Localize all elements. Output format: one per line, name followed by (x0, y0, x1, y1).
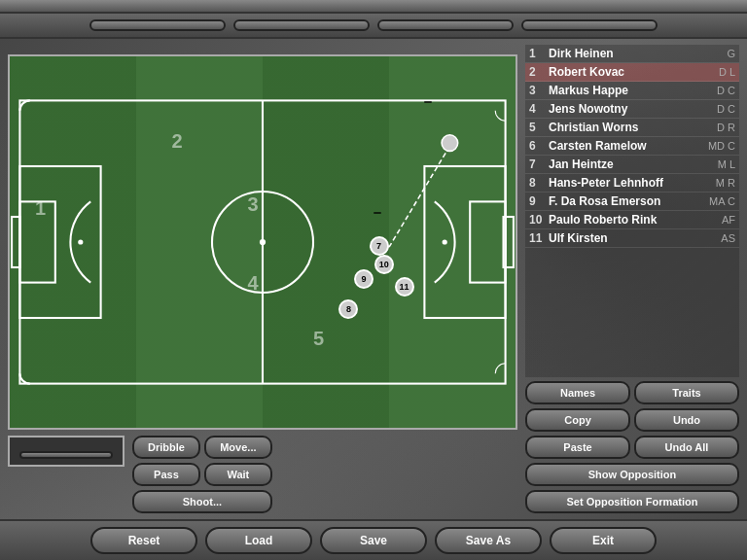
svg-rect-8 (424, 166, 505, 318)
player-marker-8[interactable]: 8 (338, 299, 358, 319)
player-number: 7 (529, 158, 549, 171)
svg-point-13 (442, 135, 458, 152)
svg-rect-4 (19, 166, 100, 318)
save-button[interactable]: Save (320, 527, 427, 554)
left-panel: 1 2 3 4 5 7 9 8 11 10 (8, 45, 517, 513)
player-position: G (727, 48, 735, 59)
player-name: Christian Worns (549, 121, 713, 134)
bottom-bar: ResetLoadSaveSave AsExit (0, 519, 747, 560)
right-buttons: Names Traits Copy Undo Paste Undo All Sh… (525, 381, 739, 513)
set-piece-button[interactable] (521, 19, 658, 31)
player-position: MD C (708, 140, 735, 152)
player-marker-9[interactable]: 9 (354, 269, 374, 289)
content-area: 1 2 3 4 5 7 9 8 11 10 (0, 39, 747, 519)
football-pitch: 1 2 3 4 5 7 9 8 11 10 (8, 54, 517, 430)
player-number: 11 (529, 231, 549, 245)
svg-point-3 (260, 239, 266, 245)
action-buttons: Dribble Move... Pass Wait Shoot... (132, 436, 272, 513)
zone-3: 3 (247, 193, 258, 216)
top-nav (0, 14, 747, 39)
svg-rect-6 (12, 217, 19, 267)
player-position: AS (721, 232, 735, 244)
move-action-button[interactable]: Move... (204, 436, 272, 459)
set-piece-header (8, 45, 517, 49)
player-row-6[interactable]: 6 Carsten Ramelow MD C (525, 137, 739, 156)
bottom-controls: Dribble Move... Pass Wait Shoot... (8, 436, 517, 513)
defend-posn-button[interactable] (89, 19, 226, 31)
player-name: F. Da Rosa Emerson (549, 194, 705, 208)
player-row-5[interactable]: 5 Christian Worns D R (525, 119, 739, 137)
player-name: Carsten Ramelow (549, 139, 704, 153)
player-row-11[interactable]: 11 Ulf Kirsten AS (525, 229, 739, 248)
player-position: D L (719, 66, 735, 78)
player-list: 1 Dirk Heinen G 2 Robert Kovac D L 3 Mar… (525, 45, 739, 377)
player-row-3[interactable]: 3 Markus Happe D C (525, 82, 739, 100)
delete-button[interactable] (19, 451, 113, 459)
copy-button[interactable]: Copy (525, 408, 630, 432)
svg-line-12 (389, 146, 449, 247)
svg-point-11 (443, 239, 447, 244)
player-number: 4 (529, 102, 549, 116)
zone-5: 5 (313, 328, 324, 350)
player-row-10[interactable]: 10 Paulo Roberto Rink AF (525, 211, 739, 229)
reset-button[interactable]: Reset (90, 527, 197, 554)
player-name: Robert Kovac (549, 65, 715, 79)
set-opposition-formation-button[interactable]: Set Opposition Formation (525, 490, 739, 513)
player-row-8[interactable]: 8 Hans-Peter Lehnhoff M R (525, 174, 739, 192)
traits-button[interactable]: Traits (634, 381, 739, 404)
player-marker-7[interactable]: 7 (370, 236, 389, 256)
save-as-button[interactable]: Save As (435, 527, 542, 554)
player-number: 10 (529, 213, 549, 227)
current-step-box (8, 436, 124, 467)
player-name: Dirk Heinen (549, 47, 723, 60)
undo-button[interactable]: Undo (634, 408, 739, 432)
player-position: MA C (709, 195, 735, 207)
player-number: 9 (529, 194, 549, 208)
player-number: 8 (529, 176, 549, 190)
player-position: M L (718, 158, 735, 170)
attack-posn-button[interactable] (233, 19, 370, 31)
zone-1: 1 (35, 197, 46, 220)
shoot-button[interactable]: Shoot... (132, 490, 272, 513)
names-button[interactable]: Names (525, 381, 630, 404)
player-position: M R (716, 177, 735, 189)
wait-button[interactable]: Wait (204, 463, 272, 486)
undo-all-button[interactable]: Undo All (634, 436, 739, 459)
player-row-1[interactable]: 1 Dirk Heinen G (525, 45, 739, 63)
paste-button[interactable]: Paste (525, 436, 630, 459)
player-marker-11[interactable]: 11 (395, 277, 414, 297)
player-position: D C (717, 103, 735, 115)
player-name: Ulf Kirsten (549, 231, 717, 245)
player-name: Jens Nowotny (549, 102, 713, 116)
player-name: Hans-Peter Lehnhoff (549, 176, 712, 190)
player-position: D C (717, 85, 735, 96)
pitch-lines-svg (10, 56, 516, 428)
player-row-4[interactable]: 4 Jens Nowotny D C (525, 100, 739, 119)
player-row-9[interactable]: 9 F. Da Rosa Emerson MA C (525, 192, 739, 211)
player-number: 5 (529, 121, 549, 134)
player-marker-10[interactable]: 10 (374, 255, 394, 274)
player-row-7[interactable]: 7 Jan Heintze M L (525, 156, 739, 174)
player-number: 1 (529, 47, 549, 60)
player-name: Jan Heintze (549, 158, 714, 171)
exit-button[interactable]: Exit (550, 527, 657, 554)
player-number: 3 (529, 84, 549, 97)
player-number: 6 (529, 139, 549, 153)
player-number: 2 (529, 65, 549, 79)
load-button[interactable]: Load (205, 527, 312, 554)
pass-label (424, 101, 432, 103)
dribble-button[interactable]: Dribble (132, 436, 200, 459)
player-position: AF (722, 214, 735, 226)
pass-button[interactable]: Pass (132, 463, 200, 486)
svg-point-7 (78, 239, 83, 244)
move-button[interactable] (377, 19, 514, 31)
player-name: Markus Happe (549, 84, 713, 97)
player-row-2[interactable]: 2 Robert Kovac D L (525, 63, 739, 82)
svg-rect-9 (470, 201, 505, 282)
player-position: D R (717, 122, 735, 133)
title-bar (0, 0, 747, 14)
zone-4: 4 (247, 272, 258, 295)
show-opposition-button[interactable]: Show Opposition (525, 463, 739, 486)
zone-2: 2 (171, 130, 182, 153)
right-panel: 1 Dirk Heinen G 2 Robert Kovac D L 3 Mar… (525, 45, 739, 513)
